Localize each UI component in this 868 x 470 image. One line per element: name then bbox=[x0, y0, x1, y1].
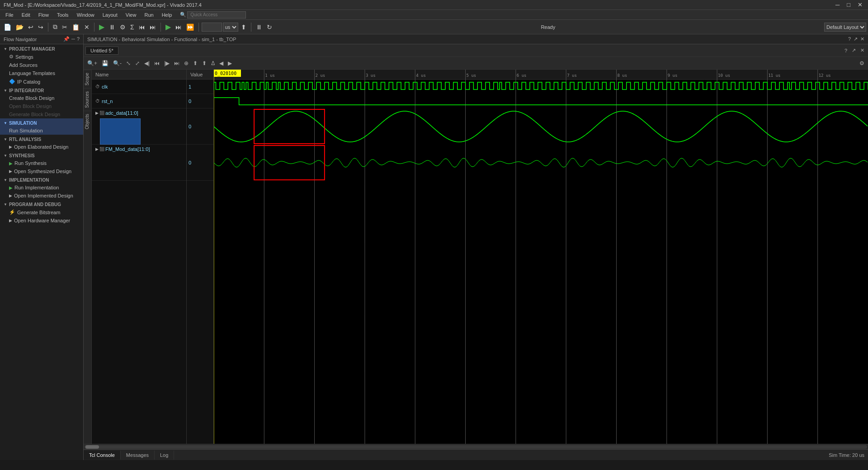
menu-layout[interactable]: Layout bbox=[99, 11, 121, 19]
section-title-synthesis[interactable]: ▼ SYNTHESIS bbox=[0, 151, 83, 159]
window-controls[interactable]: ─ □ ✕ bbox=[834, 1, 864, 8]
maximize-button[interactable]: □ bbox=[845, 1, 852, 8]
sum-button[interactable]: Σ bbox=[128, 22, 136, 33]
section-label: SYNTHESIS bbox=[9, 153, 35, 158]
sim-run-button[interactable]: ▶ bbox=[164, 22, 173, 33]
section-title-simulation[interactable]: ▼ SIMULATION bbox=[0, 118, 83, 127]
signal-row-fm[interactable]: ▶ ⬛ FM_Mod_data[11:0] bbox=[92, 145, 186, 181]
signal-row-clk[interactable]: ⏱ clk bbox=[92, 80, 186, 94]
sim-step-button[interactable]: ⏭ bbox=[174, 22, 184, 33]
wave-close-icon[interactable]: ✕ bbox=[859, 47, 866, 54]
menu-edit[interactable]: Edit bbox=[18, 11, 34, 19]
minimize-button[interactable]: ─ bbox=[834, 1, 841, 8]
sim-question-icon[interactable]: ? bbox=[848, 36, 851, 42]
run-button[interactable]: ▶ bbox=[97, 22, 106, 33]
nav-run-synthesis[interactable]: ▶ Run Synthesis bbox=[0, 159, 83, 167]
wave-next-button[interactable]: ▶ bbox=[226, 59, 234, 67]
quick-access-input[interactable] bbox=[187, 11, 246, 19]
step-button[interactable]: ⏭ bbox=[148, 22, 158, 33]
side-tab-sources[interactable]: Sources bbox=[84, 88, 91, 111]
horizontal-scrollbar[interactable] bbox=[84, 444, 868, 449]
wave-save-button[interactable]: 💾 bbox=[100, 59, 110, 67]
sim-unit-select[interactable]: usnsps bbox=[223, 23, 238, 32]
wave-float-icon[interactable]: ↗ bbox=[850, 47, 858, 54]
settings-button[interactable]: ⚙ bbox=[118, 22, 127, 33]
menu-help[interactable]: Help bbox=[158, 11, 176, 19]
expand-icon-adc[interactable]: ▶ bbox=[95, 111, 99, 115]
pause-button[interactable]: ⏸ bbox=[107, 22, 117, 33]
wave-last-button[interactable]: ⏭ bbox=[172, 59, 181, 67]
wave-zoom-out-button[interactable]: 🔍- bbox=[111, 59, 123, 67]
paste-button[interactable]: 📋 bbox=[70, 22, 81, 33]
waveform-canvas[interactable] bbox=[214, 70, 868, 444]
menu-tools[interactable]: Tools bbox=[53, 11, 72, 19]
nav-open-elaborated-design[interactable]: ▶ Open Elaborated Design bbox=[0, 143, 83, 151]
wave-prev-edge-button[interactable]: ◀| bbox=[142, 59, 151, 67]
nav-add-sources[interactable]: Add Sources bbox=[0, 61, 83, 69]
nav-open-synthesized-design[interactable]: ▶ Open Synthesized Design bbox=[0, 167, 83, 175]
expand-icon-fm[interactable]: ▶ bbox=[95, 147, 99, 151]
wave-settings-button[interactable]: ⚙ bbox=[858, 59, 866, 67]
flow-nav-minus-icon[interactable]: ─ bbox=[71, 36, 75, 42]
wave-first-button[interactable]: ⏮ bbox=[152, 59, 161, 67]
wave-tab[interactable]: Untitled 5* bbox=[85, 47, 118, 55]
tab-messages[interactable]: Messages bbox=[121, 451, 155, 460]
tab-log[interactable]: Log bbox=[155, 451, 174, 460]
signal-row-rst[interactable]: ⏱ rst_n bbox=[92, 94, 186, 108]
sim-close-icon[interactable]: ✕ bbox=[860, 36, 864, 42]
nav-language-templates[interactable]: Language Templates bbox=[0, 69, 83, 77]
sim-step2-button[interactable]: ⏩ bbox=[184, 22, 196, 33]
sim-arrow-button[interactable]: ⬆ bbox=[239, 22, 248, 33]
open-button[interactable]: 📂 bbox=[14, 22, 25, 33]
nav-generate-bitstream[interactable]: ⚡ Generate Bitstream bbox=[0, 208, 83, 216]
side-tab-objects[interactable]: Objects bbox=[84, 111, 91, 132]
nav-ip-catalog[interactable]: 🔷 IP Catalog bbox=[0, 77, 83, 86]
nav-settings[interactable]: ⚙ Settings bbox=[0, 52, 83, 61]
wave-help-icon[interactable]: ? bbox=[843, 47, 849, 54]
sim-time-input[interactable]: 20 bbox=[202, 23, 222, 32]
wave-ref-button[interactable]: ⬆ bbox=[200, 59, 208, 67]
section-title-implementation[interactable]: ▼ IMPLEMENTATION bbox=[0, 175, 83, 183]
nav-open-implemented-design[interactable]: ▶ Open Implemented Design bbox=[0, 192, 83, 200]
menu-flow[interactable]: Flow bbox=[35, 11, 52, 19]
undo-button[interactable]: ↩ bbox=[26, 22, 35, 33]
wave-zoom-fit-button[interactable]: ⤢ bbox=[133, 59, 142, 67]
restart-button[interactable]: ⏮ bbox=[137, 22, 147, 33]
section-title-program-debug[interactable]: ▼ PROGRAM AND DEBUG bbox=[0, 200, 83, 208]
menu-file[interactable]: File bbox=[2, 11, 17, 19]
section-title-project-manager[interactable]: ▼ PROJECT MANAGER bbox=[0, 44, 83, 52]
pause2-button[interactable]: ⏸ bbox=[254, 22, 264, 33]
nav-run-simulation[interactable]: Run Simulation bbox=[0, 127, 83, 135]
menu-window[interactable]: Window bbox=[73, 11, 98, 19]
sim-float-icon[interactable]: ↗ bbox=[854, 36, 858, 42]
section-title-ip-integrator[interactable]: ▼ IP INTEGRATOR bbox=[0, 86, 83, 94]
nav-create-block-design[interactable]: Create Block Design bbox=[0, 94, 83, 102]
close-button[interactable]: ✕ bbox=[856, 1, 864, 8]
wave-zoom-in-button[interactable]: 🔍+ bbox=[85, 59, 99, 67]
tab-tcl-console[interactable]: Tcl Console bbox=[84, 451, 121, 460]
side-tab-scope[interactable]: Scope bbox=[84, 70, 91, 88]
wave-prev-button[interactable]: ◀ bbox=[217, 59, 225, 67]
refresh-button[interactable]: ↻ bbox=[265, 22, 274, 33]
flow-nav-question-icon[interactable]: ? bbox=[77, 36, 80, 42]
section-title-rtl-analysis[interactable]: ▼ RTL ANALYSIS bbox=[0, 135, 83, 143]
flow-nav-pin-icon[interactable]: 📌 bbox=[63, 36, 70, 42]
cut-button[interactable]: ✂ bbox=[60, 22, 69, 33]
nav-run-implementation[interactable]: ▶ Run Implementation bbox=[0, 183, 83, 192]
signal-row-adc[interactable]: ▶ ⬛ adc_data[11:0] bbox=[92, 108, 186, 145]
waveform-area[interactable] bbox=[214, 70, 868, 444]
layout-select[interactable]: Default Layout bbox=[824, 23, 866, 32]
nav-open-hardware-manager[interactable]: ▶ Open Hardware Manager bbox=[0, 216, 83, 225]
menu-run[interactable]: Run bbox=[141, 11, 157, 19]
wave-next-edge-button[interactable]: |▶ bbox=[162, 59, 171, 67]
wave-cursor-button[interactable]: ⬆ bbox=[191, 59, 199, 67]
delete-button[interactable]: ✕ bbox=[82, 22, 91, 33]
wave-add-marker-button[interactable]: ⊕ bbox=[182, 59, 190, 67]
new-button[interactable]: 📄 bbox=[2, 22, 13, 33]
signal-thumbnail-adc bbox=[100, 118, 141, 145]
copy-button[interactable]: ⧉ bbox=[51, 22, 59, 33]
redo-button[interactable]: ↪ bbox=[36, 22, 45, 33]
menu-view[interactable]: View bbox=[122, 11, 140, 19]
wave-zoom-full-button[interactable]: ⤡ bbox=[124, 59, 132, 67]
wave-diff-button[interactable]: Δ bbox=[209, 59, 217, 67]
